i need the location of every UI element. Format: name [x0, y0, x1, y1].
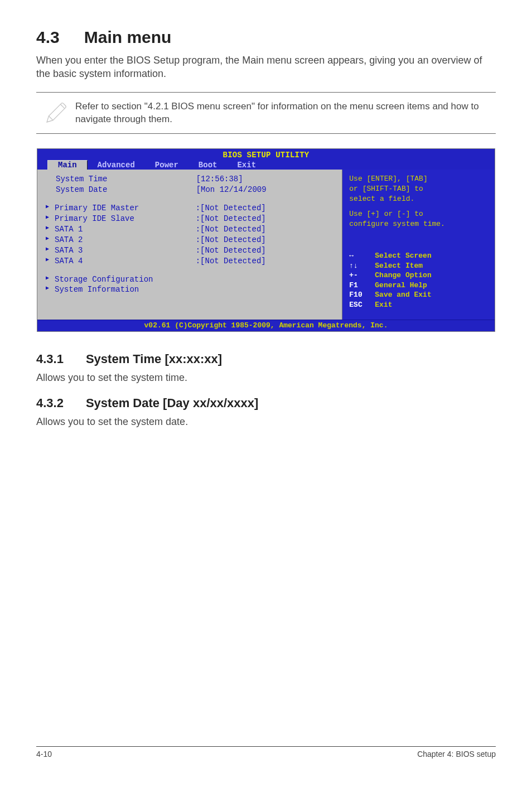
bios-key-legend: ↔Select Screen ↑↓Select Item +-Change Op…	[349, 251, 488, 310]
bios-key: F1	[349, 281, 375, 291]
section-heading: 4.3Main menu	[36, 28, 496, 47]
pencil-icon	[36, 102, 75, 125]
bios-banner: BIOS SETUP UTILITY	[37, 149, 495, 160]
bios-label: Primary IDE Slave	[55, 214, 196, 224]
bios-label: System Information	[55, 284, 336, 295]
subheading-number: 4.3.2	[36, 396, 64, 410]
note-callout: Refer to section "4.2.1 BIOS menu screen…	[36, 92, 496, 134]
bios-tab-power[interactable]: Power	[145, 161, 188, 170]
note-text: Refer to section "4.2.1 BIOS menu screen…	[75, 100, 496, 126]
bios-left-panel: System Time [12:56:38] System Date [Mon …	[37, 170, 342, 320]
intro-paragraph: When you enter the BIOS Setup program, t…	[36, 54, 496, 81]
subheading-432: 4.3.2System Date [Day xx/xx/xxxx]	[36, 396, 496, 410]
bios-key: ↑↓	[349, 261, 375, 271]
bios-key: F10	[349, 290, 375, 300]
sub1-body: Allows you to set the system time.	[36, 371, 496, 384]
bios-label: SATA 2	[55, 235, 196, 245]
bios-tab-boot[interactable]: Boot	[188, 161, 228, 170]
sub2-body: Allows you to set the system date.	[36, 415, 496, 428]
bios-screenshot: BIOS SETUP UTILITY Main Advanced Power B…	[37, 148, 495, 332]
section-title: Main menu	[84, 28, 172, 46]
bios-help-2: Use [+] or [-] to configure system time.	[349, 209, 488, 229]
bios-key: ESC	[349, 300, 375, 310]
subheading-number: 4.3.1	[36, 352, 64, 366]
bios-tab-main[interactable]: Main	[47, 160, 88, 170]
bios-value: :[Not Detected]	[196, 245, 337, 256]
bios-right-panel: Use [ENTER], [TAB] or [SHIFT-TAB] to sel…	[342, 170, 495, 320]
bios-value: :[Not Detected]	[196, 214, 337, 224]
bios-tab-exit[interactable]: Exit	[227, 161, 266, 170]
page-number: 4-10	[36, 750, 52, 758]
bios-help-1: Use [ENTER], [TAB] or [SHIFT-TAB] to sel…	[349, 174, 488, 204]
bios-row-sata2[interactable]: SATA 2 :[Not Detected]	[45, 235, 336, 245]
bios-label: SATA 3	[55, 245, 196, 256]
bios-row-sata1[interactable]: SATA 1 :[Not Detected]	[45, 224, 336, 235]
bios-row-ide-slave[interactable]: Primary IDE Slave :[Not Detected]	[45, 214, 336, 224]
subheading-431: 4.3.1System Time [xx:xx:xx]	[36, 352, 496, 366]
bios-key-desc: Change Option	[375, 271, 431, 279]
subheading-title: System Date [Day xx/xx/xxxx]	[86, 396, 258, 410]
page-footer: 4-10 Chapter 4: BIOS setup	[36, 746, 496, 758]
bios-label: System Date	[56, 185, 196, 195]
bios-value: :[Not Detected]	[196, 235, 337, 245]
bios-value: :[Not Detected]	[196, 224, 337, 235]
bios-value: :[Not Detected]	[196, 203, 337, 214]
bios-label: SATA 1	[55, 224, 196, 235]
bios-key-desc: Select Item	[375, 262, 423, 270]
bios-tab-advanced[interactable]: Advanced	[88, 161, 145, 170]
bios-label: Storage Configuration	[55, 274, 336, 285]
bios-value: [12:56:38]	[196, 174, 337, 185]
bios-row-sysinfo[interactable]: System Information	[45, 284, 336, 295]
bios-tabbar: Main Advanced Power Boot Exit	[37, 160, 495, 170]
bios-row-systemdate[interactable]: System Date [Mon 12/14/2009	[56, 185, 336, 195]
bios-footer: v02.61 (C)Copyright 1985-2009, American …	[37, 320, 495, 331]
bios-value: :[Not Detected]	[196, 256, 337, 267]
bios-row-sata3[interactable]: SATA 3 :[Not Detected]	[45, 245, 336, 256]
bios-row-systemtime[interactable]: System Time [12:56:38]	[56, 174, 336, 185]
chapter-label: Chapter 4: BIOS setup	[417, 750, 496, 758]
bios-row-sata4[interactable]: SATA 4 :[Not Detected]	[45, 256, 336, 267]
bios-label: System Time	[56, 174, 196, 185]
bios-row-ide-master[interactable]: Primary IDE Master :[Not Detected]	[45, 203, 336, 214]
bios-key: +-	[349, 270, 375, 281]
bios-key: ↔	[349, 251, 375, 261]
bios-label: Primary IDE Master	[55, 203, 196, 214]
bios-label: SATA 4	[55, 256, 196, 267]
bios-key-desc: Exit	[375, 301, 392, 309]
bios-value: [Mon 12/14/2009	[196, 185, 337, 195]
section-number: 4.3	[36, 28, 60, 47]
bios-key-desc: Save and Exit	[375, 291, 431, 299]
subheading-title: System Time [xx:xx:xx]	[86, 352, 222, 366]
bios-key-desc: Select Screen	[375, 252, 431, 260]
bios-key-desc: General Help	[375, 281, 427, 289]
bios-row-storageconfig[interactable]: Storage Configuration	[45, 274, 336, 285]
